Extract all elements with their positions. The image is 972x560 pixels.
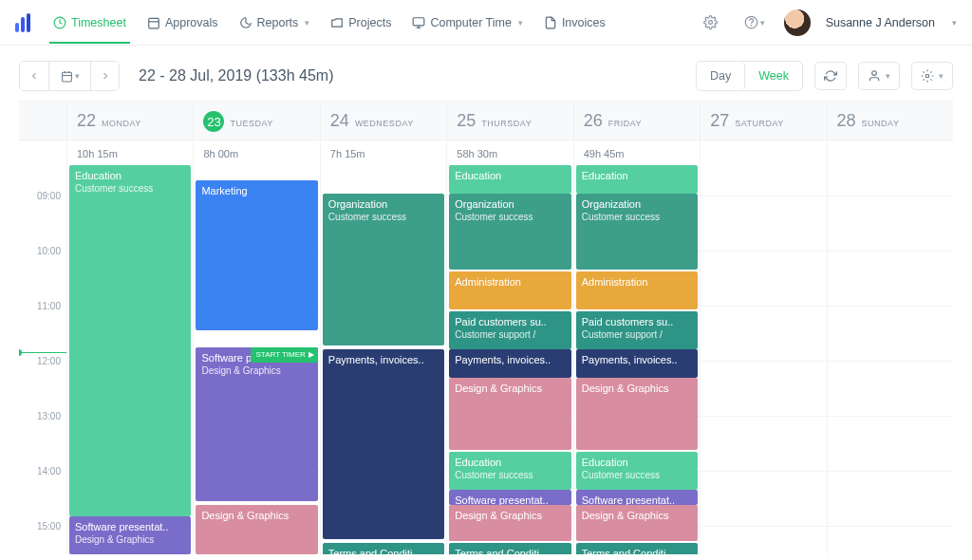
view-week-button[interactable]: Week [745,62,802,90]
avatar[interactable] [784,9,811,36]
username[interactable]: Susanne J Anderson [826,16,935,29]
event-title: Design & Graphics [582,383,692,396]
day-number: 28 [837,111,856,131]
event-block[interactable]: Payments, invoices.. [323,349,444,539]
event-block[interactable]: Design & Graphics [449,505,570,541]
day-header[interactable]: 25THURSDAY [446,102,572,140]
event-block[interactable]: Payments, invoices.. [449,349,570,378]
logo [15,13,30,32]
event-block[interactable]: EducationCustomer success [449,452,570,490]
event-title: Organization [455,198,565,212]
event-title: Terms and Conditi.. [582,548,692,554]
event-title: Education [455,170,565,183]
next-button[interactable] [90,62,119,90]
hour-label: 15:00 [37,520,61,531]
event-title: Paid customers su.. [582,316,692,329]
event-block[interactable]: OrganizationCustomer success [449,194,570,270]
help-icon[interactable]: ▾ [740,9,769,37]
duration-row: 10h 15m8h 00m7h 15m58h 30m49h 45m [19,140,953,165]
nav-invoices[interactable]: Invoices [544,3,606,43]
day-duration: 49h 45m [573,140,700,165]
prev-button[interactable] [20,62,48,90]
nav-projects[interactable]: Projects [330,3,391,43]
event-block[interactable]: Paid customers su..Customer support / [576,311,698,349]
nav-reports[interactable]: Reports▾ [239,3,310,43]
event-title: Education [582,170,692,183]
svg-rect-1 [149,18,159,28]
event-title: Terms and Conditi.. [455,548,565,554]
refresh-button[interactable] [814,62,847,90]
day-column[interactable]: EducationOrganizationCustomer successAdm… [446,165,572,554]
day-name: SATURDAY [735,119,784,128]
event-block[interactable]: Administration [449,271,570,309]
day-column[interactable]: EducationCustomer successSoftware presen… [66,165,193,554]
settings-icon[interactable] [697,9,725,37]
event-block[interactable]: Software presentat.. [449,490,570,505]
event-title: Payments, invoices.. [582,354,692,367]
day-header[interactable]: 27SATURDAY [700,102,826,140]
start-timer-button[interactable]: START TIMER▶ [251,347,318,363]
event-title: Education [455,457,565,470]
event-subtitle: Customer success [75,183,185,196]
options-button[interactable]: ▾ [911,62,953,90]
nav-approvals[interactable]: Approvals [147,3,218,43]
event-block[interactable]: Terms and Conditi.. [576,543,698,554]
toolbar: ▾ 22 - 28 Jul, 2019 (133h 45m) Day Week … [0,46,972,101]
event-block[interactable]: OrganizationCustomer success [576,194,698,270]
event-block[interactable]: Administration [576,271,698,309]
event-subtitle: Design & Graphics [201,365,311,378]
day-header[interactable]: 22MONDAY [66,102,193,140]
day-number: 23 [203,111,224,132]
day-column[interactable]: OrganizationCustomer successPayments, in… [320,165,446,554]
view-day-button[interactable]: Day [697,62,745,90]
day-header[interactable]: 23TUESDAY [193,102,319,140]
day-header[interactable]: 24WEDNESDAY [320,102,446,140]
event-block[interactable]: EducationCustomer success [69,165,191,516]
event-subtitle: Customer success [582,470,692,482]
hour-label: 13:00 [37,410,61,420]
day-column[interactable]: EducationOrganizationCustomer successAdm… [573,165,700,554]
day-number: 24 [330,111,349,131]
event-block[interactable]: Software presentat..Design & GraphicsSTA… [196,347,317,501]
calendar-grid: 09:0010:0011:0012:0013:0014:0015:00 Educ… [19,165,953,554]
event-block[interactable]: Design & Graphics [449,378,570,450]
event-block[interactable]: Education [576,165,698,194]
event-block[interactable]: Terms and Conditi.. [323,543,444,554]
event-block[interactable]: Terms and Conditi.. [449,543,570,554]
event-block[interactable]: Design & Graphics [576,505,698,541]
event-block[interactable]: Education [449,165,570,194]
nav-computer-time[interactable]: Computer Time▾ [412,3,522,43]
event-title: Paid customers su.. [455,316,565,329]
hour-label: 12:00 [37,355,61,365]
event-block[interactable]: Design & Graphics [196,505,317,554]
event-block[interactable]: Software presentat..Design & Graphics [69,516,191,554]
event-block[interactable]: OrganizationCustomer success [323,194,444,345]
event-block[interactable]: Paid customers su..Customer support / [449,311,570,349]
day-column[interactable] [827,165,953,554]
calendar-picker-button[interactable]: ▾ [48,62,90,90]
day-header[interactable]: 28SUNDAY [827,102,953,140]
event-title: Organization [328,198,439,212]
day-header[interactable]: 26FRIDAY [573,102,700,140]
day-number: 22 [77,111,96,131]
day-duration: 58h 30m [446,140,572,165]
day-column[interactable] [700,165,826,554]
day-column[interactable]: MarketingSoftware presentat..Design & Gr… [193,165,319,554]
user-filter-button[interactable]: ▾ [858,62,900,90]
date-range-title: 22 - 28 Jul, 2019 (133h 45m) [139,67,333,84]
nav-icon [544,16,557,29]
event-title: Software presentat.. [455,495,565,505]
event-title: Marketing [201,185,311,198]
svg-point-13 [872,71,877,76]
event-title: Design & Graphics [201,510,311,523]
event-block[interactable]: EducationCustomer success [576,452,698,490]
day-duration [700,140,826,165]
event-block[interactable]: Design & Graphics [576,378,698,450]
event-block[interactable]: Payments, invoices.. [576,349,698,378]
event-block[interactable]: Software presentat.. [576,490,698,505]
event-title: Terms and Conditi.. [328,548,439,554]
event-block[interactable]: Marketing [196,180,317,330]
event-title: Design & Graphics [455,383,565,396]
nav-timesheet[interactable]: Timesheet [53,3,126,43]
day-duration: 8h 00m [193,140,319,165]
